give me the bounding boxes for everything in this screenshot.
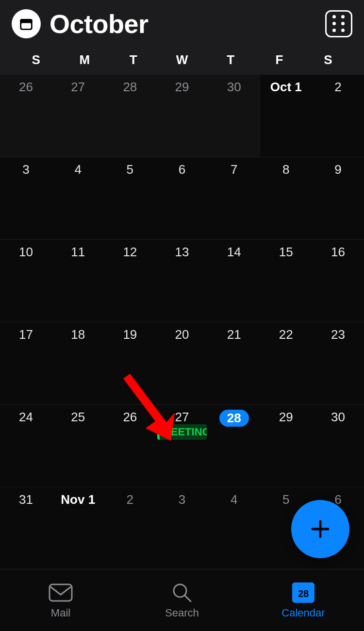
day-cell[interactable]: 31 [0,487,52,569]
day-cell[interactable]: 9 [312,157,364,239]
day-cell[interactable]: 5 [104,157,156,239]
day-cell[interactable]: 25 [52,404,104,487]
day-cell[interactable]: 10 [0,239,52,322]
day-number-wrap: 6 [156,162,208,177]
day-number-wrap: 3 [156,492,208,507]
day-cell[interactable]: 8 [260,157,312,239]
day-number: 7 [208,162,260,177]
day-cell[interactable]: 26 [0,74,52,157]
day-cell[interactable]: 17 [0,322,52,404]
day-number: 27 [156,410,208,425]
day-cell[interactable]: 23 [312,322,364,404]
day-number: 28 [104,80,156,95]
title-left: October [12,9,149,39]
day-number: 28 [219,410,249,427]
day-number-wrap: Nov 1 [52,492,104,507]
weekday-row: S M T W T F S [12,52,352,74]
day-number: 26 [104,410,156,425]
weekday-sun: S [12,52,60,67]
day-cell[interactable]: 7 [208,157,260,239]
weekday-tue: T [109,52,158,67]
day-number: 2 [104,492,156,507]
day-cell[interactable]: 4 [52,157,104,239]
day-number-wrap: 2 [104,492,156,507]
tab-mail[interactable]: Mail [0,569,121,631]
weekday-mon: M [60,52,109,67]
day-number: 30 [312,410,364,425]
day-cell[interactable]: 24 [0,404,52,487]
day-number-wrap: 20 [156,327,208,342]
title-row: October [12,9,352,39]
day-number: 12 [104,245,156,260]
day-cell[interactable]: 27MEETING [156,404,208,487]
day-cell[interactable]: 28 [208,404,260,487]
calendar-tab-day: 28 [298,588,309,599]
day-cell[interactable]: 13 [156,239,208,322]
day-cell[interactable]: 12 [104,239,156,322]
day-number-wrap: 4 [52,162,104,177]
day-number-wrap: 30 [208,80,260,95]
day-number-wrap: 25 [52,410,104,425]
day-number-wrap: 27 [52,80,104,95]
day-number-wrap: 24 [0,410,52,425]
search-icon [171,581,193,604]
svg-rect-2 [21,23,31,29]
day-cell[interactable]: 11 [52,239,104,322]
day-number-wrap: 13 [156,245,208,260]
day-number: 27 [52,80,104,95]
day-number: 4 [208,492,260,507]
day-cell[interactable]: 3 [156,487,208,569]
day-cell[interactable]: Nov 1 [52,487,104,569]
tab-calendar[interactable]: 28 Calendar [243,569,364,631]
day-cell[interactable]: 30 [208,74,260,157]
day-cell[interactable]: 20 [156,322,208,404]
day-cell[interactable]: 18 [52,322,104,404]
day-number-wrap: 9 [312,162,364,177]
day-cell[interactable]: Oct 1 [260,74,312,157]
calendar-app-icon[interactable] [12,9,41,38]
day-cell[interactable]: 21 [208,322,260,404]
day-cell[interactable]: 2 [104,487,156,569]
day-cell[interactable]: 6 [156,157,208,239]
day-cell[interactable]: 19 [104,322,156,404]
day-number-wrap: 5 [104,162,156,177]
day-number: 4 [52,162,104,177]
weekday-wed: W [158,52,206,67]
view-options-button[interactable] [325,10,352,37]
day-cell[interactable]: 16 [312,239,364,322]
day-number: 15 [260,245,312,260]
day-number-wrap: 16 [312,245,364,260]
day-number-wrap: 3 [0,162,52,177]
day-cell[interactable]: 30 [312,404,364,487]
day-number: 29 [260,410,312,425]
tab-search-label: Search [165,607,199,619]
day-number: 14 [208,245,260,260]
day-cell[interactable]: 27 [52,74,104,157]
tab-mail-label: Mail [51,607,70,619]
day-number-wrap: 15 [260,245,312,260]
calendar-event[interactable]: MEETING [157,424,206,440]
day-number-wrap: 12 [104,245,156,260]
day-number-wrap: 26 [104,410,156,425]
day-cell[interactable]: 3 [0,157,52,239]
day-cell[interactable]: 29 [260,404,312,487]
add-event-button[interactable] [291,500,349,558]
day-cell[interactable]: 4 [208,487,260,569]
day-number: 16 [312,245,364,260]
day-cell[interactable]: 2 [312,74,364,157]
day-number-wrap: 19 [104,327,156,342]
day-number: Oct 1 [260,80,312,95]
day-number-wrap: 21 [208,327,260,342]
day-cell[interactable]: 28 [104,74,156,157]
tab-search[interactable]: Search [121,569,243,631]
month-title[interactable]: October [50,9,149,39]
day-cell[interactable]: 14 [208,239,260,322]
day-cell[interactable]: 15 [260,239,312,322]
day-number-wrap: 11 [52,245,104,260]
day-number-wrap: 14 [208,245,260,260]
day-cell[interactable]: 29 [156,74,208,157]
day-number: 8 [260,162,312,177]
day-cell[interactable]: 26 [104,404,156,487]
day-cell[interactable]: 22 [260,322,312,404]
weekday-fri: F [255,52,303,67]
